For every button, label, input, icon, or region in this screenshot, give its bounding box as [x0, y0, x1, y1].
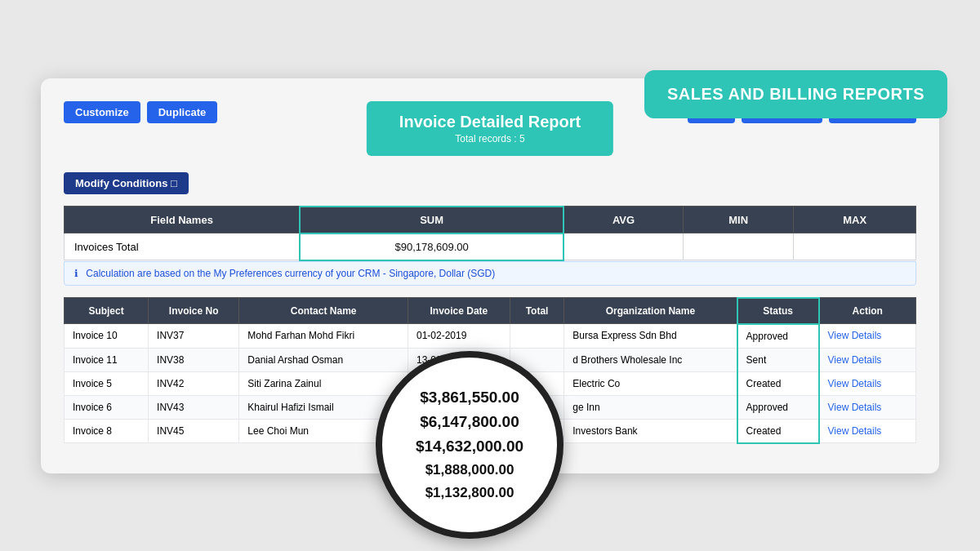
cell-action[interactable]: View Details: [819, 324, 916, 349]
report-title: Invoice Detailed Report: [399, 113, 581, 131]
mag-value-5: $1,132,800.00: [425, 485, 514, 501]
cell-invoice-date: 01-02-2019: [408, 324, 510, 349]
cell-org-name: Bursa Express Sdn Bhd: [564, 324, 737, 349]
cell-invoice-no: INV37: [149, 324, 239, 349]
cell-subject: Invoice 5: [65, 371, 149, 395]
cell-status: Created: [737, 371, 819, 395]
customize-button[interactable]: Customize: [64, 101, 140, 123]
toolbar-left: Customize Duplicate: [64, 101, 217, 123]
cell-org-name: d Brothers Wholesale Inc: [564, 348, 737, 371]
duplicate-button[interactable]: Duplicate: [147, 101, 218, 123]
summary-col-field-names: Field Names: [65, 207, 301, 233]
cell-org-name: Investors Bank: [564, 419, 737, 443]
cell-action[interactable]: View Details: [819, 348, 916, 371]
cell-status: Approved: [737, 324, 819, 349]
mag-value-3: $14,632,000.00: [416, 438, 523, 455]
cell-contact-name: Danial Arshad Osman: [239, 348, 408, 371]
summary-table: Field Names SUM AVG MIN MAX Invoices Tot…: [64, 206, 916, 261]
cell-contact-name: Mohd Farhan Mohd Fikri: [239, 324, 408, 349]
cell-invoice-no: INV42: [149, 371, 239, 395]
mag-value-2: $6,147,800.00: [420, 413, 519, 431]
col-contact-name: Contact Name: [239, 298, 408, 324]
modify-conditions-button[interactable]: Modify Conditions □: [64, 172, 189, 194]
summary-sum-value: $90,178,609.00: [300, 233, 564, 260]
info-text: Calculation are based on the My Preferen…: [86, 268, 495, 279]
summary-avg-value: [564, 233, 683, 260]
cell-invoice-no: INV43: [149, 395, 239, 419]
cell-subject: Invoice 8: [65, 419, 149, 443]
mag-value-4: $1,888,000.00: [425, 462, 514, 478]
magnifier: $3,861,550.00 $6,147,800.00 $14,632,000.…: [376, 351, 564, 539]
col-status: Status: [737, 298, 819, 324]
col-subject: Subject: [65, 298, 149, 324]
cell-action[interactable]: View Details: [819, 371, 916, 395]
summary-col-sum: SUM: [300, 207, 564, 233]
cell-subject: Invoice 11: [65, 348, 149, 371]
info-bar: ℹ Calculation are based on the My Prefer…: [64, 261, 916, 286]
mag-value-1: $3,861,550.00: [420, 389, 519, 407]
summary-col-min: MIN: [683, 207, 794, 233]
col-action: Action: [819, 298, 916, 324]
cell-action[interactable]: View Details: [819, 419, 916, 443]
cell-subject: Invoice 6: [65, 395, 149, 419]
summary-col-max: MAX: [794, 207, 916, 233]
sales-billing-badge: SALES AND BILLING REPORTS: [644, 70, 947, 118]
cell-subject: Invoice 10: [65, 324, 149, 349]
info-icon: ℹ: [74, 268, 78, 279]
table-row: Invoice 10 INV37 Mohd Farhan Mohd Fikri …: [65, 324, 916, 349]
cell-contact-name: Siti Zarina Zainul: [239, 371, 408, 395]
summary-min-value: [683, 233, 794, 260]
modify-bar: Modify Conditions □: [64, 172, 916, 194]
cell-org-name: Electric Co: [564, 371, 737, 395]
cell-org-name: ge Inn: [564, 395, 737, 419]
col-total: Total: [510, 298, 564, 324]
cell-status: Created: [737, 419, 819, 443]
report-subtitle: Total records : 5: [399, 133, 581, 144]
summary-field-name: Invoices Total: [65, 233, 301, 260]
cell-action[interactable]: View Details: [819, 395, 916, 419]
cell-invoice-no: INV38: [149, 348, 239, 371]
col-org-name: Organization Name: [564, 298, 737, 324]
cell-invoice-no: INV45: [149, 419, 239, 443]
col-invoice-date: Invoice Date: [408, 298, 510, 324]
summary-col-avg: AVG: [564, 207, 683, 233]
col-invoice-no: Invoice No: [149, 298, 239, 324]
cell-total: [510, 324, 564, 349]
summary-max-value: [794, 233, 916, 260]
report-title-box: Invoice Detailed Report Total records : …: [367, 101, 613, 156]
magnifier-inner: $3,861,550.00 $6,147,800.00 $14,632,000.…: [408, 380, 532, 509]
cell-status: Sent: [737, 348, 819, 371]
cell-status: Approved: [737, 395, 819, 419]
summary-row: Invoices Total $90,178,609.00: [65, 233, 916, 260]
